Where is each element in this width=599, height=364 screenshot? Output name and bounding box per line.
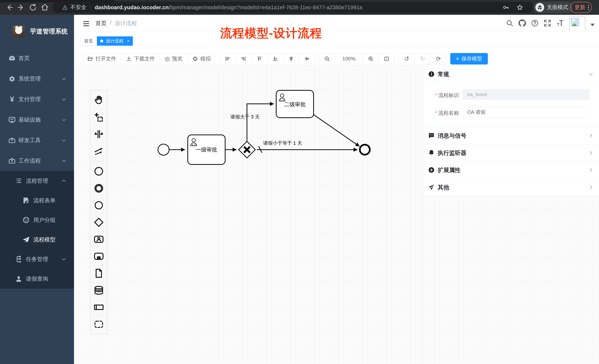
avatar-caret-icon[interactable] bbox=[590, 24, 595, 26]
user-task-level1[interactable]: 一级审批 bbox=[188, 135, 225, 164]
url-host[interactable]: dashboard.yudao.iocoder.cn bbox=[95, 4, 169, 10]
align-bottom-button[interactable] bbox=[267, 53, 283, 64]
chevron-right-icon bbox=[588, 167, 593, 173]
sidebar-item-process-management[interactable]: 流程管理 bbox=[0, 171, 74, 191]
align-left-button[interactable] bbox=[220, 53, 236, 64]
github-icon[interactable] bbox=[518, 19, 526, 27]
create-end-event[interactable] bbox=[90, 197, 107, 214]
breadcrumb-current: 设计流程 bbox=[115, 20, 137, 27]
help-icon[interactable] bbox=[531, 19, 539, 27]
user-task-level2[interactable]: 二级审批 bbox=[276, 90, 314, 118]
tab-home[interactable]: 首页 bbox=[81, 36, 97, 46]
undo-icon: ↺ bbox=[404, 56, 409, 62]
simulate-button[interactable]: 模拟 bbox=[187, 53, 216, 64]
update-button[interactable]: 更新 bbox=[570, 2, 592, 13]
sidebar-item-process-model[interactable]: 流程模型 bbox=[0, 230, 74, 249]
button-label: 打开文件 bbox=[96, 55, 116, 62]
zoom-reset-button[interactable] bbox=[379, 53, 395, 64]
save-model-button[interactable]: + 保存模型 bbox=[450, 53, 488, 65]
paper-plane-icon bbox=[22, 235, 30, 244]
fullscreen-icon[interactable] bbox=[544, 19, 551, 27]
create-intermediate-event[interactable] bbox=[90, 180, 107, 197]
browser-menu-icon[interactable] bbox=[588, 5, 589, 10]
close-icon[interactable]: × bbox=[126, 38, 130, 44]
sidebar-fold-icon[interactable] bbox=[82, 20, 90, 26]
download-file-button[interactable]: 下载文件 bbox=[121, 53, 160, 64]
sidebar-item-process-form[interactable]: 流程表单 bbox=[0, 191, 74, 210]
field-label: *流程名称 bbox=[435, 110, 459, 117]
plus-icon: + bbox=[456, 55, 459, 62]
back-icon[interactable] bbox=[5, 3, 13, 11]
zoom-in-icon bbox=[368, 56, 374, 62]
create-data-store[interactable] bbox=[90, 282, 107, 299]
create-subprocess[interactable] bbox=[90, 248, 107, 265]
section-other[interactable]: 其他 bbox=[423, 179, 599, 196]
process-name-input[interactable] bbox=[463, 107, 589, 117]
create-gateway[interactable] bbox=[90, 214, 107, 231]
align-center-vertical-button[interactable] bbox=[299, 53, 315, 64]
forward-icon[interactable] bbox=[17, 3, 25, 11]
align-right-button[interactable] bbox=[236, 53, 251, 64]
security-label[interactable]: 不安全 bbox=[70, 4, 86, 11]
url-path[interactable]: /bpm/manager/model/design?modelId=e4a1a1… bbox=[169, 4, 362, 10]
sidebar-item-workflow[interactable]: 工作流程 bbox=[0, 151, 74, 171]
task-label: 一级审批 bbox=[196, 147, 217, 153]
sidebar-item-leave-query[interactable]: 请假查询 bbox=[0, 269, 74, 289]
start-event[interactable] bbox=[158, 144, 169, 155]
chevron-right-icon bbox=[588, 185, 593, 190]
sidebar-item-home[interactable]: 首页 bbox=[0, 48, 74, 68]
sidebar-item-payment[interactable]: ¥ 支付管理 bbox=[0, 89, 74, 110]
sidebar-item-devtools[interactable]: 研发工具 bbox=[0, 130, 74, 151]
bookmark-star-icon[interactable] bbox=[517, 4, 523, 11]
create-data-object[interactable] bbox=[90, 265, 107, 282]
redo-button[interactable]: ↻ bbox=[414, 53, 431, 64]
reload-icon[interactable] bbox=[29, 3, 37, 11]
create-start-event[interactable] bbox=[90, 163, 107, 180]
hand-tool[interactable] bbox=[90, 92, 107, 109]
section-general[interactable]: 常规 bbox=[423, 66, 599, 83]
global-connect-tool[interactable] bbox=[90, 143, 107, 160]
document-edit-icon bbox=[22, 196, 30, 205]
tab-design-process[interactable]: 设计流程 × bbox=[97, 36, 133, 46]
password-key-icon[interactable] bbox=[502, 4, 509, 11]
space-tool[interactable] bbox=[90, 126, 107, 143]
tab-label: 首页 bbox=[84, 38, 93, 44]
zoom-out-button[interactable] bbox=[319, 53, 335, 64]
sidebar-item-user-group[interactable]: 用户分组 bbox=[0, 210, 74, 230]
zoom-level[interactable]: 100% bbox=[335, 53, 363, 64]
app-logo-row[interactable]: 芋道管理系统 bbox=[0, 15, 74, 48]
chevron-down-icon bbox=[61, 97, 67, 102]
section-execution-listener[interactable]: 执行监听器 bbox=[423, 144, 599, 161]
undo-button[interactable]: ↺ bbox=[399, 53, 414, 64]
process-key-input[interactable] bbox=[463, 89, 589, 100]
avatar[interactable] bbox=[569, 17, 585, 33]
top-header: 首页 / 设计流程 bbox=[74, 15, 599, 31]
lasso-tool[interactable] bbox=[90, 109, 107, 126]
end-event[interactable] bbox=[360, 145, 370, 155]
sidebar-item-label: 任务管理 bbox=[26, 255, 48, 263]
font-size-icon[interactable] bbox=[556, 19, 564, 27]
open-file-button[interactable]: 打开文件 bbox=[82, 53, 121, 64]
sidebar-item-task-management[interactable]: 任务管理 bbox=[0, 249, 74, 269]
align-center-horizontal-button[interactable] bbox=[283, 53, 299, 64]
create-user-task[interactable] bbox=[90, 231, 107, 248]
refresh-icon: ⟳ bbox=[436, 56, 441, 62]
create-group[interactable] bbox=[90, 316, 107, 333]
section-extended-properties[interactable]: 扩展属性 bbox=[423, 161, 599, 179]
zoom-in-button[interactable] bbox=[363, 53, 379, 64]
sidebar-item-system[interactable]: 系统管理 bbox=[0, 68, 74, 89]
section-message-signal[interactable]: 消息与信号 bbox=[423, 127, 599, 144]
search-icon[interactable] bbox=[506, 19, 513, 27]
flow-label-le1[interactable]: 请假小于等于 1 天 bbox=[263, 140, 302, 146]
home-icon[interactable] bbox=[41, 3, 49, 11]
create-participant[interactable] bbox=[90, 299, 107, 316]
restart-button[interactable]: ⟳ bbox=[431, 53, 446, 64]
sidebar-item-infrastructure[interactable]: 基础设施 bbox=[0, 110, 74, 130]
url-bar[interactable]: 不安全 dashboard.yudao.iocoder.cn/bpm/manag… bbox=[52, 2, 533, 13]
preview-button[interactable]: ◎ 预览 bbox=[160, 53, 187, 64]
flow-label-gt3[interactable]: 请假大于 3 天 bbox=[230, 114, 260, 119]
align-top-button[interactable] bbox=[251, 53, 267, 64]
exclusive-gateway[interactable] bbox=[239, 141, 255, 158]
breadcrumb-home[interactable]: 首页 bbox=[96, 20, 106, 27]
file-button-group: 打开文件 下载文件 ◎ 预览 模拟 bbox=[82, 53, 216, 65]
